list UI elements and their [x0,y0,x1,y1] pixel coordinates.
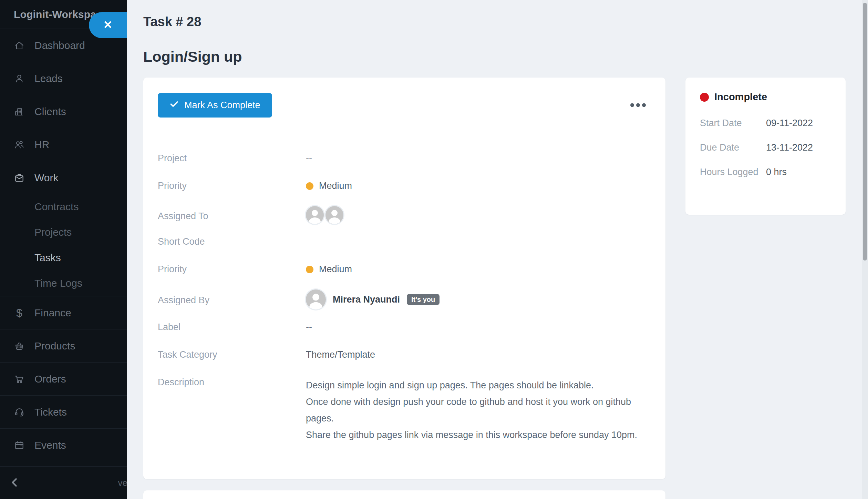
sidebar-subitem-time-logs[interactable]: Time Logs [0,271,127,296]
status-card: Incomplete Start Date 09-11-2022 Due Dat… [685,78,846,215]
detail-row-project: Project -- [158,151,657,168]
cart-icon [14,374,25,385]
sidebar: Loginit-Workspa ✕ Dashboard Leads Client… [0,0,127,499]
status-card-row-hours-logged: Hours Logged 0 hrs [700,167,832,177]
person-icon [14,73,25,84]
sidebar-item-label: Clients [34,106,66,118]
next-section-card [143,490,665,499]
row-label: Project [158,151,306,164]
ellipsis-icon [636,103,640,107]
sidebar-nav: Dashboard Leads Clients HR Work [0,29,127,461]
sidebar-footer: ve [0,466,127,499]
dollar-icon: $ [14,307,25,318]
sidebar-item-label: Finance [34,307,71,319]
basket-icon [14,340,25,352]
chevron-left-icon [9,477,21,489]
ellipsis-icon [630,103,634,107]
sidebar-item-work[interactable]: Work [0,161,127,194]
avatar[interactable] [306,206,324,224]
detail-row-short-code: Short Code [158,234,657,252]
row-value: 09-11-2022 [766,118,813,129]
detail-row-assigned-by: Assigned By Mirera Nyaundi It's you [158,289,657,309]
priority-value: Medium [319,264,352,274]
sidebar-subitem-label: Tasks [34,252,61,264]
row-value: Theme/Template [306,347,657,360]
description-line: Share the github pages link via message … [306,427,657,443]
assigned-to-avatars [306,206,657,224]
task-title-heading: Login/Sign up [143,48,242,65]
task-number-heading: Task # 28 [143,14,201,29]
task-card-header: Mark As Complete [143,78,665,133]
sidebar-item-products[interactable]: Products [0,329,127,362]
sidebar-subitem-tasks[interactable]: Tasks [0,245,127,271]
mark-as-complete-label: Mark As Complete [184,100,260,111]
mark-as-complete-button[interactable]: Mark As Complete [158,93,272,118]
avatar[interactable] [326,206,343,224]
row-value: 13-11-2022 [766,142,813,153]
sidebar-item-label: Dashboard [34,40,85,51]
ellipsis-icon [642,103,646,107]
task-detail-card: Mark As Complete Project -- Priority Med… [143,78,665,479]
row-label: Priority [158,262,306,275]
row-label: Priority [158,179,306,191]
sidebar-subitem-label: Time Logs [34,277,82,289]
row-label: Due Date [700,142,766,153]
sidebar-item-hr[interactable]: HR [0,128,127,161]
sidebar-item-clients[interactable]: Clients [0,95,127,128]
row-value: Medium [306,262,657,275]
work-submenu: Contracts Projects Tasks Time Logs [0,194,127,296]
priority-medium-dot [306,266,313,273]
sidebar-close-button[interactable]: ✕ [89,12,127,38]
workspace-title: Loginit-Workspa [14,9,96,20]
sidebar-item-tickets[interactable]: Tickets [0,395,127,428]
headset-icon [14,407,25,418]
detail-row-priority: Priority Medium [158,179,657,196]
people-icon [14,139,25,150]
row-label: Start Date [700,118,766,129]
detail-row-assigned-to: Assigned To [158,206,657,224]
sidebar-item-label: Products [34,340,75,352]
version-text: ve [118,478,127,488]
row-value [306,206,657,224]
row-value [306,234,657,236]
sidebar-collapse-button[interactable] [9,477,21,489]
row-label: Hours Logged [700,167,766,177]
sidebar-item-leads[interactable]: Leads [0,62,127,95]
row-label: Description [158,375,306,388]
row-label: Label [158,320,306,333]
sidebar-item-label: Tickets [34,406,67,418]
sidebar-item-orders[interactable]: Orders [0,362,127,395]
description-line: Once done with design push your code to … [306,394,657,427]
check-icon [169,99,179,111]
priority-medium-dot [306,182,313,190]
sidebar-item-label: Orders [34,373,66,385]
row-label: Assigned To [158,206,306,222]
sidebar-item-finance[interactable]: $ Finance [0,296,127,329]
row-label: Assigned By [158,289,306,306]
main-content: Task # 28 Login/Sign up Mark As Complete… [127,0,868,499]
status-text: Incomplete [714,91,767,103]
assigned-by-name: Mirera Nyaundi [333,294,400,305]
detail-row-priority-2: Priority Medium [158,262,657,279]
sidebar-item-label: Work [34,172,58,184]
status-incomplete-dot [700,93,709,102]
sidebar-subitem-label: Projects [34,226,72,238]
sidebar-item-events[interactable]: Events [0,428,127,461]
sidebar-subitem-label: Contracts [34,201,79,213]
sidebar-subitem-projects[interactable]: Projects [0,220,127,245]
sidebar-subitem-contracts[interactable]: Contracts [0,194,127,220]
row-value: -- [306,320,657,333]
sidebar-item-label: Events [34,439,66,451]
close-icon: ✕ [103,19,113,30]
row-value: Medium [306,179,657,191]
scrollbar-track[interactable] [862,0,868,499]
row-value: -- [306,151,657,164]
detail-row-description: Description Design simple login and sign… [158,375,657,443]
avatar[interactable] [306,289,326,309]
scrollbar-thumb[interactable] [863,3,867,261]
its-you-badge: It's you [407,294,440,305]
sidebar-item-label: Leads [34,73,63,84]
more-actions-button[interactable] [627,100,649,111]
row-label: Task Category [158,347,306,360]
row-value: 0 hrs [766,167,787,177]
